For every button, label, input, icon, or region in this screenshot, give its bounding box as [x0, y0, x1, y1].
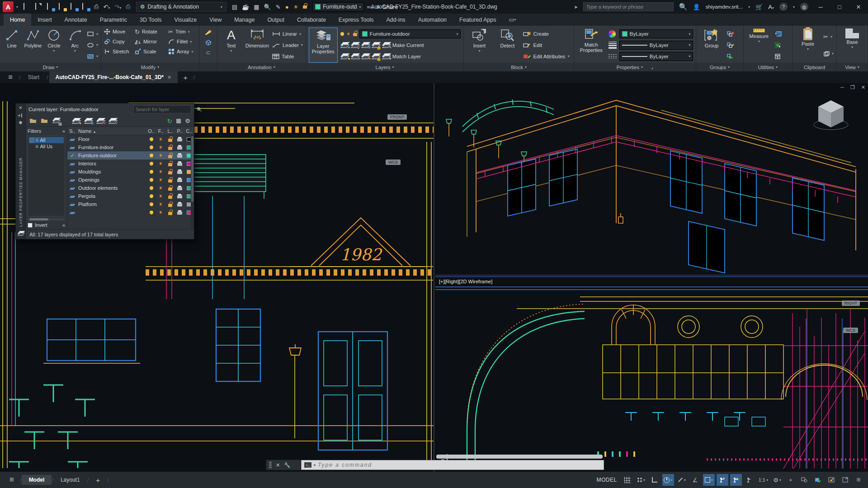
fillet-button[interactable]: Fillet▾ — [168, 37, 196, 47]
detect-button[interactable]: Detect — [495, 28, 520, 63]
group-button[interactable]: Group — [699, 28, 724, 63]
polyline-button[interactable]: Polyline — [24, 28, 42, 63]
layer-dropdown[interactable]: Furniture-outdoor ▾ — [359, 29, 461, 38]
panel-title-utilities[interactable]: Utilities▾ — [744, 63, 792, 71]
polar-tracking-icon[interactable]: ▾ — [662, 474, 674, 486]
layer-row-mouldings[interactable]: Mouldings ☀ — [67, 168, 194, 176]
layer-row-platform[interactable]: Platform ☀ — [67, 200, 194, 208]
properties-palette-icon[interactable]: ▦ — [254, 4, 259, 10]
new-file-icon[interactable] — [24, 3, 31, 10]
rotate-button[interactable]: ↻Rotate — [135, 27, 167, 37]
layer-thaw-all-icon[interactable]: ☀ — [361, 53, 369, 59]
collapse-filters-icon[interactable]: « — [62, 128, 65, 134]
layer-on-icon[interactable] — [340, 32, 344, 36]
copy-button[interactable]: Copy — [104, 37, 134, 47]
layer-freeze-icon[interactable]: ❄ — [361, 42, 369, 48]
layer-row-floor[interactable]: Floor ☀ — [67, 135, 194, 143]
isolate-objects-ribbon-icon[interactable] — [774, 40, 782, 50]
tab-express-tools[interactable]: Express Tools — [332, 14, 380, 26]
autodesk-logo-icon[interactable]: A▾ — [768, 4, 774, 10]
match-properties-button[interactable]: Match Properties — [577, 28, 606, 63]
layer-row-openings[interactable]: Openings ☀ — [67, 176, 194, 184]
layer-row-outdoor-elements[interactable]: Outdoor elements ☀ — [67, 184, 194, 192]
save-as-icon[interactable] — [59, 3, 66, 10]
recent-commands-icon[interactable]: ▾ — [314, 463, 316, 467]
panel-title-groups[interactable]: Groups▾ — [696, 63, 743, 71]
new-layout-button[interactable]: + — [89, 474, 107, 486]
insert-block-button[interactable]: Insert▾ — [467, 28, 492, 63]
command-line-customize-icon[interactable]: 🔧 — [284, 462, 290, 468]
palette-settings-gear-icon[interactable]: ⚙ — [185, 117, 190, 124]
make-current-icon[interactable]: ✎ — [382, 42, 390, 48]
open-file-icon[interactable] — [35, 3, 42, 10]
trim-button[interactable]: ✂Trim▾ — [168, 27, 196, 37]
linear-dimension-button[interactable]: Linear▾ — [272, 29, 303, 39]
model-tab[interactable]: Model — [22, 475, 52, 485]
layer-row-pergola[interactable]: Pergola ☀ — [67, 192, 194, 200]
collapse-tree-icon[interactable]: « — [62, 222, 65, 228]
base-button[interactable]: Base▾ — [840, 28, 865, 63]
make-current-button[interactable]: Make Current — [392, 42, 424, 48]
layer-states-manager-icon[interactable]: ▦ — [52, 117, 60, 124]
group-edit-icon[interactable] — [727, 40, 734, 50]
tab-automation[interactable]: Automation — [412, 14, 453, 26]
move-button[interactable]: Move — [104, 27, 134, 37]
maximize-button[interactable]: □ — [833, 1, 846, 13]
palette-properties-icon[interactable]: ✱ — [19, 120, 22, 125]
tab-parametric[interactable]: Parametric — [94, 14, 133, 26]
minimize-button[interactable]: ─ — [814, 1, 827, 13]
tab-annotate[interactable]: Annotate — [58, 14, 94, 26]
group-select-icon[interactable] — [727, 52, 734, 61]
panel-title-clipboard[interactable]: Clipboard — [793, 63, 836, 71]
tab-collaborate[interactable]: Collaborate — [291, 14, 332, 26]
tab-manage[interactable]: Manage — [228, 14, 261, 26]
plot-icon[interactable]: ⎙ — [94, 3, 99, 10]
viewport-right-elevation[interactable]: [+][Right][2D Wireframe] — [435, 277, 868, 472]
close-button[interactable]: ✕ — [852, 1, 865, 13]
quick-calc-icon[interactable] — [774, 52, 782, 61]
unsaved-state-icon[interactable] — [176, 119, 181, 123]
drawing-canvas[interactable]: 1982 — [0, 83, 868, 472]
ribbon-display-toggle-icon[interactable]: ▭ ▾ — [502, 14, 522, 26]
layer-list[interactable]: S.. Name ▲ O.. F.. L.. P.. C.. Floor ☀ F… — [67, 127, 194, 229]
layer-unlock-all-icon[interactable]: 🔓 — [372, 53, 380, 59]
leader-button[interactable]: Leader▾ — [272, 40, 303, 50]
annotation-scale-value[interactable]: 1:1▾ — [757, 474, 769, 486]
layer-list-scrollbar[interactable] — [191, 135, 194, 229]
layer-isolate-icon[interactable]: ● — [340, 42, 349, 48]
customization-menu-icon[interactable]: ≡ — [853, 474, 864, 486]
model-space-badge[interactable]: MODEL — [597, 477, 617, 483]
doc-restore-icon[interactable]: ❐ — [850, 84, 855, 90]
ortho-toggle-icon[interactable] — [649, 474, 660, 486]
measure-button[interactable]: Measure▾ — [746, 28, 772, 63]
snap-toggle-icon[interactable]: ▾ — [635, 474, 647, 486]
offset-button[interactable]: ⊂ — [206, 47, 211, 57]
teapot-render-icon[interactable]: ☕ — [242, 4, 249, 10]
workspace-dropdown[interactable]: ⚙ Drafting & Annotation ▾ — [136, 2, 226, 12]
palette-layer-settings-icon[interactable] — [17, 230, 25, 237]
panel-title-draw[interactable]: Draw▾ — [0, 63, 101, 71]
layer-properties-button[interactable]: Layer Properties — [309, 28, 338, 63]
quick-layer-dropdown[interactable]: Furniture-outd ▾ — [312, 2, 363, 11]
tab-3d-tools[interactable]: 3D Tools — [133, 14, 168, 26]
layer-on-all-icon[interactable]: ↗ — [351, 53, 359, 59]
new-group-filter-icon[interactable] — [41, 117, 48, 124]
document-tab[interactable]: AutoCAD-FY25_Fire-...-Book-Cafe_01_3D* ✕ — [49, 71, 178, 83]
isolate-objects-icon[interactable] — [798, 474, 810, 486]
hatch-tool-icon[interactable]: ▾ — [87, 52, 98, 61]
lineweight-dropdown[interactable]: ByLayer▾ — [619, 41, 693, 50]
arc-button[interactable]: Arc▾ — [66, 28, 85, 63]
match-layer-icon[interactable]: ✦ — [382, 53, 390, 59]
match-layer-button[interactable]: Match Layer — [392, 54, 421, 59]
paste-button[interactable]: Paste▾ — [795, 28, 821, 63]
scale-button[interactable]: Scale — [135, 47, 167, 56]
line-button[interactable]: Line — [3, 28, 21, 63]
workspace-switching-icon[interactable]: ⚙▾ — [771, 474, 783, 486]
horizontal-scrollbar[interactable] — [436, 455, 603, 459]
panel-title-block[interactable]: Block▾ — [464, 63, 573, 71]
isodraft-icon[interactable]: ▾ — [676, 474, 688, 486]
grid-toggle-icon[interactable] — [622, 474, 633, 486]
copy-clip-icon[interactable]: ▾ — [823, 49, 834, 59]
doc-close-icon[interactable]: ✕ — [861, 84, 865, 90]
refresh-icon[interactable]: ↻ — [167, 117, 173, 125]
